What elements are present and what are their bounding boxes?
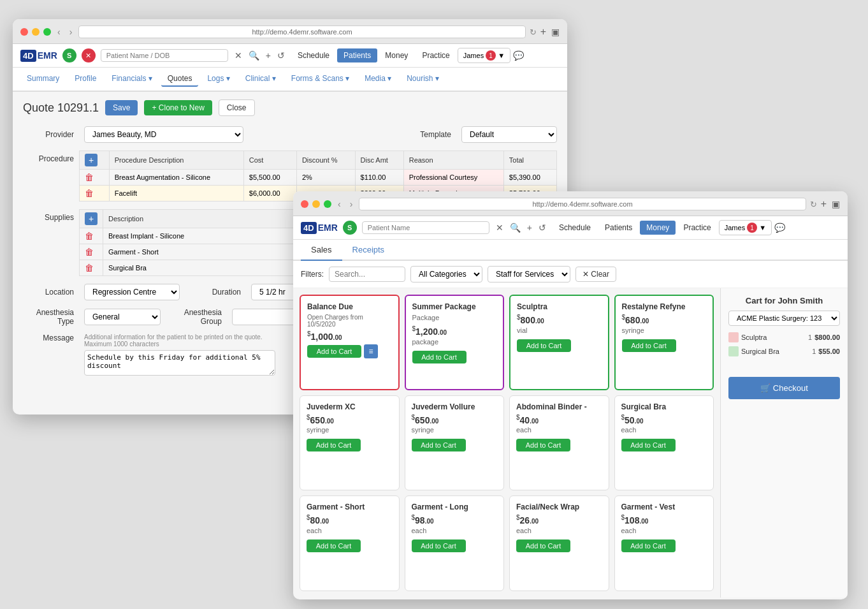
th-desc: Procedure Description xyxy=(109,151,243,170)
provider-select[interactable]: James Beauty, MD xyxy=(84,126,243,143)
th-add: + xyxy=(80,151,110,170)
maximize-dot[interactable] xyxy=(43,28,51,36)
add-cart-juvederm-vollure[interactable]: Add to Cart xyxy=(412,439,466,451)
patient-icon[interactable]: S xyxy=(62,48,76,62)
product-card-surgical-bra: Surgical Bra $50.00 each Add to Cart xyxy=(614,395,714,491)
minimize-dot-2[interactable] xyxy=(312,200,320,208)
search-button[interactable]: 🔍 xyxy=(247,49,261,62)
delete-procedure-2[interactable]: 🗑 xyxy=(85,188,94,198)
url-bar-2[interactable]: http://demo.4demr.software.com xyxy=(359,198,806,210)
proc-cost-1: $5,500.00 xyxy=(243,170,296,186)
staff-filter[interactable]: Staff for Services xyxy=(488,266,570,282)
add-button-2[interactable]: + xyxy=(526,221,533,234)
new-tab-button-2[interactable]: + xyxy=(821,198,827,210)
search-filter[interactable] xyxy=(329,267,405,282)
cart-location-select[interactable]: ACME Plastic Surgery: 123 Main Street xyxy=(728,311,840,326)
patient-icon-2[interactable]: S xyxy=(343,221,357,235)
clear-button-2[interactable]: ✕ xyxy=(495,221,505,234)
clear-button[interactable]: ✕ xyxy=(233,49,243,62)
forward-button[interactable]: › xyxy=(67,26,75,38)
history-button[interactable]: ↺ xyxy=(276,49,286,62)
forward-button-2[interactable]: › xyxy=(347,198,356,210)
nav-money-2[interactable]: Money xyxy=(640,221,676,235)
product-name-facial-neck: Facial/Neck Wrap xyxy=(516,503,602,511)
nav-forms-scans[interactable]: Forms & Scans ▾ xyxy=(285,71,356,87)
filters-label: Filters: xyxy=(301,270,324,279)
refresh-button-2[interactable]: ↻ xyxy=(810,200,817,209)
anesthesia-type-select[interactable]: General xyxy=(84,309,161,325)
product-price-surgical-bra: $50.00 xyxy=(621,414,707,425)
nav-schedule-1[interactable]: Schedule xyxy=(291,48,336,62)
nav-quotes[interactable]: Quotes xyxy=(161,71,199,87)
new-tab-button[interactable]: + xyxy=(540,26,546,38)
add-cart-facial-neck[interactable]: Add to Cart xyxy=(516,539,570,552)
delete-supply-2[interactable]: 🗑 xyxy=(85,247,94,257)
add-button[interactable]: + xyxy=(264,49,272,62)
add-cart-abdominal[interactable]: Add to Cart xyxy=(516,439,570,451)
nav-practice-1[interactable]: Practice xyxy=(416,48,456,62)
location-select[interactable]: Regression Centre xyxy=(84,284,180,300)
search-button-2[interactable]: 🔍 xyxy=(509,221,522,234)
product-name-juvederm-vollure: Juvederm Vollure xyxy=(412,402,498,411)
nav-media[interactable]: Media ▾ xyxy=(358,71,398,87)
add-cart-balance[interactable]: Add to Cart xyxy=(307,345,361,358)
add-cart-summer[interactable]: Add to Cart xyxy=(412,351,467,363)
nav-patients-2[interactable]: Patients xyxy=(598,221,639,235)
add-cart-juvederm-xc[interactable]: Add to Cart xyxy=(307,439,361,451)
minimize-dot[interactable] xyxy=(32,28,40,36)
add-cart-surgical-bra[interactable]: Add to Cart xyxy=(621,439,676,451)
url-bar[interactable]: http://demo.4demr.software.com xyxy=(78,26,525,38)
add-cart-garment-short[interactable]: Add to Cart xyxy=(307,539,361,552)
chat-icon-2[interactable]: 💬 xyxy=(773,221,786,234)
patient-search-input[interactable] xyxy=(101,49,228,62)
nav-practice-2[interactable]: Practice xyxy=(677,221,717,235)
back-button[interactable]: ‹ xyxy=(55,26,63,38)
save-button[interactable]: Save xyxy=(105,100,138,115)
nav-logs[interactable]: Logs ▾ xyxy=(201,71,236,87)
quote-title: Quote 10291.1 xyxy=(23,101,99,115)
delete-procedure-1[interactable]: 🗑 xyxy=(85,172,94,182)
product-price-summer: $1,200.00 xyxy=(412,325,497,337)
nav-clinical[interactable]: Clinical ▾ xyxy=(239,71,282,87)
delete-supply-3[interactable]: 🗑 xyxy=(85,263,94,273)
user-badge-2[interactable]: James 1 ▼ xyxy=(719,220,772,235)
close-dot[interactable] xyxy=(20,28,28,36)
info-balance[interactable]: ≡ xyxy=(364,344,378,358)
category-filter[interactable]: All Categories xyxy=(410,266,482,282)
nav-schedule-2[interactable]: Schedule xyxy=(553,221,597,235)
clear-filters-button[interactable]: ✕ Clear xyxy=(575,267,616,282)
product-price-garment-short: $80.00 xyxy=(307,514,393,525)
history-button-2[interactable]: ↺ xyxy=(537,221,547,234)
alert-icon[interactable]: ✕ xyxy=(82,48,96,62)
back-button-2[interactable]: ‹ xyxy=(335,198,344,210)
add-cart-sculptra[interactable]: Add to Cart xyxy=(517,339,571,352)
tab-receipts[interactable]: Receipts xyxy=(342,240,395,261)
nav-summary[interactable]: Summary xyxy=(20,71,66,87)
add-supply-button[interactable]: + xyxy=(85,212,98,225)
tabs-button-2[interactable]: ▣ xyxy=(832,199,840,209)
refresh-button[interactable]: ↻ xyxy=(530,27,537,37)
nav-profile[interactable]: Profile xyxy=(68,71,103,87)
chat-icon-1[interactable]: 💬 xyxy=(512,49,525,62)
close-button[interactable]: Close xyxy=(219,99,255,116)
nav-money-1[interactable]: Money xyxy=(379,48,414,62)
user-badge-1[interactable]: James 1 ▼ xyxy=(458,48,510,63)
maximize-dot-2[interactable] xyxy=(324,200,331,208)
close-dot-2[interactable] xyxy=(301,200,308,208)
message-textarea[interactable]: Schedule by this Friday for additional 5… xyxy=(84,350,275,376)
checkout-button[interactable]: 🛒 Checkout xyxy=(728,377,840,399)
add-procedure-button[interactable]: + xyxy=(85,154,98,166)
nav-patients-1[interactable]: Patients xyxy=(337,48,377,62)
add-cart-restalyne[interactable]: Add to Cart xyxy=(622,339,676,352)
delete-supply-1[interactable]: 🗑 xyxy=(85,231,94,241)
template-select[interactable]: Default xyxy=(461,126,557,143)
product-price-juvederm-xc: $650.00 xyxy=(307,414,393,425)
add-cart-garment-vest[interactable]: Add to Cart xyxy=(621,539,676,552)
tab-sales[interactable]: Sales xyxy=(301,240,342,261)
patient-search-input-2[interactable] xyxy=(362,221,489,234)
clone-button[interactable]: + Clone to New xyxy=(144,100,212,115)
tabs-button[interactable]: ▣ xyxy=(551,27,560,37)
nav-nourish[interactable]: Nourish ▾ xyxy=(400,71,445,87)
nav-financials[interactable]: Financials ▾ xyxy=(105,71,158,87)
add-cart-garment-long[interactable]: Add to Cart xyxy=(412,539,466,552)
